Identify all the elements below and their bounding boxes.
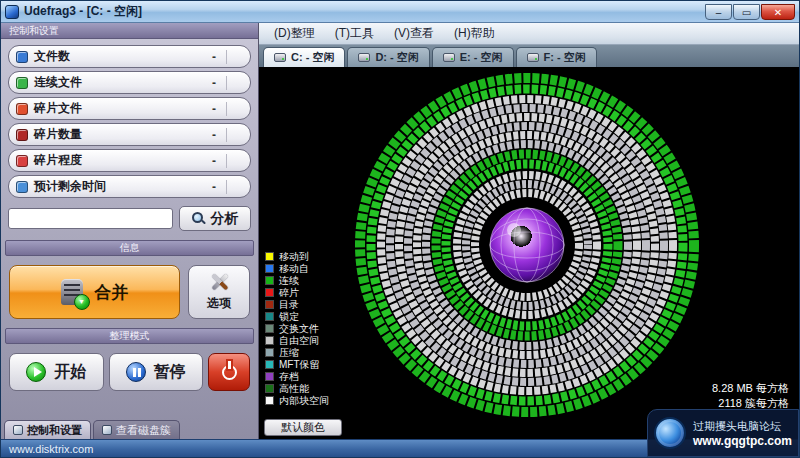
legend-item[interactable]: 自由空间 [265,335,329,346]
legend-color-swatch [265,264,274,273]
tools-icon [209,272,229,292]
options-button-label: 选项 [207,295,231,312]
stat-label: 碎片数量 [34,126,82,143]
drive-icon [527,53,539,62]
stat-value: - [212,128,226,142]
divider [226,180,227,194]
legend-color-swatch [265,312,274,321]
menu-item[interactable]: (H)帮助 [445,23,504,44]
legend-item[interactable]: 存档 [265,371,329,382]
legend-item[interactable]: 碎片 [265,287,329,298]
block-info: 8.28 MB 每方格 2118 簇每方格 [712,381,789,411]
merge-button[interactable]: 合并 [9,265,180,319]
disk-rings [360,78,694,412]
title-bar[interactable]: Udefrag3 - [C: - 空闲] – ▭ ✕ [1,1,799,23]
stat-icon [16,129,28,141]
drive-icon [443,53,455,62]
menu-item[interactable]: (V)查看 [385,23,443,44]
block-size-info: 8.28 MB 每方格 [712,381,789,396]
stat-value: - [212,180,226,194]
info-header: 信息 [5,240,254,256]
action-row: 合并 选项 [1,258,258,325]
stop-button[interactable] [208,353,250,391]
watermark-forum-name: 过期攫头电脑论坛 [693,419,792,434]
panel-tab-label: 查看磁盘簇 [116,423,171,438]
panel-tab-label: 控制和设置 [27,423,82,438]
legend-item[interactable]: 移动到 [265,251,329,262]
menu-item[interactable]: (D)整理 [265,23,324,44]
stat-label: 预计剩余时间 [34,178,106,195]
maximize-button[interactable]: ▭ [733,4,760,20]
merge-button-label: 合并 [95,281,129,304]
legend-color-swatch [265,324,274,333]
stats-list: 文件数-连续文件-碎片文件-碎片数量-碎片程度-预计剩余时间- [1,39,258,201]
legend-item[interactable]: 目录 [265,299,329,310]
pause-icon [126,362,146,382]
drive-tab[interactable]: E: - 空闲 [432,47,514,67]
divider [226,128,227,142]
camera-lens-icon [654,417,686,449]
status-bar-link[interactable]: www.disktrix.com [9,443,93,455]
stat-dropdown[interactable]: 预计剩余时间- [8,175,251,198]
stat-value: - [212,154,226,168]
legend-item[interactable]: 交换文件 [265,323,329,334]
stat-label: 碎片程度 [34,152,82,169]
panel-tab[interactable]: 查看磁盘簇 [93,420,180,439]
control-panel: 控制和设置 文件数-连续文件-碎片文件-碎片数量-碎片程度-预计剩余时间- 分析… [1,23,259,439]
divider [226,102,227,116]
transport-row: 开始 暂停 [1,346,258,398]
options-button[interactable]: 选项 [188,265,250,319]
drive-icon [358,53,370,62]
legend-color-swatch [265,336,274,345]
pause-button-label: 暂停 [154,362,186,383]
drive-stack-icon [61,279,83,305]
minimize-button[interactable]: – [705,4,732,20]
legend-color-swatch [265,384,274,393]
play-icon [26,362,46,382]
legend-item[interactable]: 高性能 [265,383,329,394]
stat-dropdown[interactable]: 文件数- [8,45,251,68]
drive-tab[interactable]: F: - 空闲 [516,47,597,67]
divider [226,76,227,90]
stat-icon [16,181,28,193]
legend-color-swatch [265,360,274,369]
start-button-label: 开始 [54,362,86,383]
panel-tab[interactable]: 控制和设置 [4,420,91,439]
stat-dropdown[interactable]: 碎片文件- [8,97,251,120]
analyze-input[interactable] [8,208,173,229]
drive-tab-label: F: - 空闲 [544,50,586,65]
pause-button[interactable]: 暂停 [109,353,204,391]
analyze-button[interactable]: 分析 [179,206,251,231]
drive-tab[interactable]: C: - 空闲 [263,47,345,67]
stat-value: - [212,50,226,64]
stat-dropdown[interactable]: 碎片程度- [8,149,251,172]
app-icon [5,5,19,19]
app-window: Udefrag3 - [C: - 空闲] – ▭ ✕ 控制和设置 文件数-连续文… [0,0,800,458]
window-title: Udefrag3 - [C: - 空闲] [24,3,142,20]
drive-tab[interactable]: D: - 空闲 [347,47,429,67]
legend-color-swatch [265,396,274,405]
stat-dropdown[interactable]: 连续文件- [8,71,251,94]
analyze-button-label: 分析 [211,210,239,228]
cluster-map-canvas[interactable]: 移动到移动自连续碎片目录锁定交换文件自由空间压缩MFT保留存档高性能内部块空间 … [259,67,799,439]
start-button[interactable]: 开始 [9,353,104,391]
legend-item[interactable]: 锁定 [265,311,329,322]
close-button[interactable]: ✕ [761,4,795,20]
menu-item[interactable]: (T)工具 [326,23,383,44]
legend-color-swatch [265,288,274,297]
legend-item[interactable]: 连续 [265,275,329,286]
window-controls: – ▭ ✕ [704,4,795,20]
legend-color-swatch [265,348,274,357]
legend-item[interactable]: MFT保留 [265,359,329,370]
right-column: (D)整理(T)工具(V)查看(H)帮助 C: - 空闲D: - 空闲E: - … [259,23,799,439]
legend-item[interactable]: 内部块空间 [265,395,329,406]
legend-item[interactable]: 移动自 [265,263,329,274]
drive-tab-label: C: - 空闲 [291,50,334,65]
stat-dropdown[interactable]: 碎片数量- [8,123,251,146]
default-colors-button[interactable]: 默认颜色 [264,419,342,436]
legend-color-swatch [265,372,274,381]
legend-item[interactable]: 压缩 [265,347,329,358]
stat-label: 文件数 [34,48,70,65]
stat-value: - [212,76,226,90]
stat-icon [16,103,28,115]
